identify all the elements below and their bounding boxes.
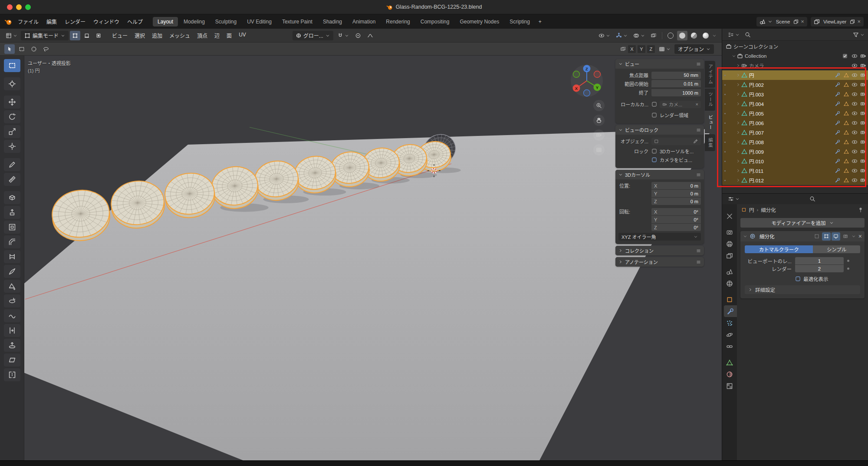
cursor-location-x-field[interactable]: X0 m <box>651 182 701 189</box>
remove-view-layer-icon[interactable]: × <box>857 19 861 24</box>
tool-extrude[interactable] <box>4 206 20 219</box>
outliner-object-row[interactable]: 円 <box>722 70 868 80</box>
search-icon[interactable] <box>809 196 815 202</box>
scene-selector[interactable]: Scene × <box>756 17 807 26</box>
add-modifier-button[interactable]: モディファイアーを追加 <box>740 218 865 228</box>
disable-render-toggle[interactable] <box>860 129 866 136</box>
tool-rotate[interactable] <box>4 110 20 123</box>
expand-icon[interactable] <box>735 83 741 87</box>
proportional-edit-button[interactable] <box>353 31 363 40</box>
expand-icon[interactable] <box>735 159 741 163</box>
properties-tab-object-data[interactable] <box>722 357 737 368</box>
lock-object-field[interactable] <box>651 138 701 145</box>
tool-scale[interactable] <box>4 125 20 138</box>
disable-render-toggle[interactable] <box>860 158 866 164</box>
advanced-subpanel-header[interactable]: 詳細設定 <box>745 285 860 294</box>
local-camera-checkbox[interactable] <box>651 102 657 107</box>
chevron-down-icon[interactable] <box>768 19 773 24</box>
camera-to-view-checkbox[interactable] <box>651 157 657 163</box>
object-name[interactable]: 円 <box>747 72 754 79</box>
object-name[interactable]: 円.007 <box>747 129 764 136</box>
chevron-down-icon[interactable] <box>712 33 717 38</box>
properties-tab-output[interactable] <box>722 238 737 250</box>
tool-shrink-fatten[interactable] <box>4 339 20 352</box>
focal-length-field[interactable]: 50 mm <box>651 72 701 79</box>
tool-annotate[interactable] <box>4 158 20 171</box>
simple-button[interactable]: シンプル <box>813 245 860 253</box>
cursor-location-z-field[interactable]: Z0 m <box>651 198 701 205</box>
annotations-header[interactable]: アノテーション <box>615 257 704 267</box>
sidebar-tab-0[interactable]: アイテム <box>705 61 715 88</box>
object-name[interactable]: 円.003 <box>747 91 764 98</box>
delete-modifier-icon[interactable]: × <box>858 233 862 240</box>
levels-render-field[interactable]: 2 <box>795 265 844 272</box>
breadcrumb-modifier[interactable]: 細分化 <box>761 206 776 213</box>
edge-select-button[interactable] <box>82 31 92 40</box>
add-workspace-button[interactable]: + <box>536 17 545 26</box>
properties-tab-material[interactable] <box>722 368 737 380</box>
workspace-tab-modeling[interactable]: Modeling <box>179 17 210 26</box>
viewport-menu-0[interactable]: ビュー <box>108 30 131 41</box>
proportional-falloff-button[interactable] <box>365 31 375 40</box>
editor-type-button[interactable] <box>3 31 20 40</box>
viewport-menu-2[interactable]: 追加 <box>148 30 166 41</box>
scene-collection-label[interactable]: シーンコレクション <box>732 43 778 50</box>
outliner-object-row[interactable]: 円.009 <box>722 147 868 156</box>
minimize-window-button[interactable] <box>16 4 22 10</box>
menu-2[interactable]: レンダー <box>61 16 89 27</box>
properties-tab-physics[interactable] <box>722 329 737 340</box>
select-lasso-mode-button[interactable] <box>41 44 51 54</box>
tool-knife[interactable] <box>4 265 20 278</box>
expand-icon[interactable] <box>735 63 741 68</box>
expand-icon[interactable] <box>735 121 741 125</box>
disable-render-toggle[interactable] <box>860 91 866 97</box>
panel-menu-icon[interactable] <box>696 260 701 264</box>
disable-render-toggle[interactable] <box>860 177 866 183</box>
collections-header[interactable]: コレクション <box>615 246 704 255</box>
levels-viewport-field[interactable]: 1 <box>795 257 844 264</box>
face-select-button[interactable] <box>93 31 104 40</box>
hide-viewport-toggle[interactable] <box>852 63 858 69</box>
search-icon[interactable] <box>745 32 751 38</box>
workspace-tab-shading[interactable]: Shading <box>318 17 347 26</box>
properties-tab-scene[interactable] <box>722 266 737 278</box>
cursor-section-header[interactable]: 3Dカーソル <box>615 170 704 179</box>
clear-icon[interactable]: × <box>696 102 698 107</box>
tool-spin[interactable] <box>4 294 20 307</box>
outliner-collection[interactable]: Collection <box>722 51 868 61</box>
object-name[interactable]: 円.002 <box>747 81 764 88</box>
panel-menu-icon[interactable] <box>696 172 701 177</box>
properties-tab-view-layer[interactable] <box>722 250 737 261</box>
outliner-scene-collection[interactable]: シーンコレクション <box>722 42 868 51</box>
mirror-z-toggle[interactable]: Z <box>647 45 655 53</box>
select-circle-mode-button[interactable] <box>29 44 39 54</box>
view-layer-name[interactable]: ViewLayer <box>822 19 848 24</box>
close-window-button[interactable] <box>7 4 13 10</box>
object-name[interactable]: 円.008 <box>747 139 764 145</box>
hide-viewport-toggle[interactable] <box>852 120 858 126</box>
render-region-checkbox[interactable] <box>651 112 657 118</box>
navigation-gizmo[interactable]: ZXY <box>569 63 604 98</box>
collapse-icon[interactable] <box>743 234 747 238</box>
expand-icon[interactable] <box>735 149 741 154</box>
chevron-down-icon[interactable] <box>860 33 865 37</box>
outliner-object-row[interactable]: 円.006 <box>722 118 868 128</box>
editor-type-properties-button[interactable] <box>726 194 742 204</box>
clip-end-field[interactable]: 1000 m <box>651 89 701 96</box>
view-lock-header[interactable]: ビューのロック <box>615 125 704 135</box>
shading-wireframe-button[interactable] <box>665 31 676 40</box>
camera-view-button[interactable] <box>593 129 605 141</box>
maximize-window-button[interactable] <box>25 4 31 10</box>
viewport-menu-5[interactable]: 辺 <box>211 30 223 41</box>
outliner-object-row[interactable]: 円.003 <box>722 89 868 99</box>
tool-transform[interactable] <box>4 140 20 153</box>
expand-icon[interactable] <box>735 169 741 173</box>
properties-tab-texture[interactable] <box>722 380 737 392</box>
orthographic-toggle-button[interactable] <box>593 144 605 155</box>
object-name[interactable]: 円.012 <box>747 177 764 184</box>
breadcrumb-object[interactable]: 円 <box>749 206 754 213</box>
disable-render-toggle[interactable] <box>860 168 866 174</box>
viewport-menu-3[interactable]: メッシュ <box>166 30 194 41</box>
workspace-tab-uv-editing[interactable]: UV Editing <box>242 17 276 26</box>
properties-tab-particles[interactable] <box>722 317 737 329</box>
